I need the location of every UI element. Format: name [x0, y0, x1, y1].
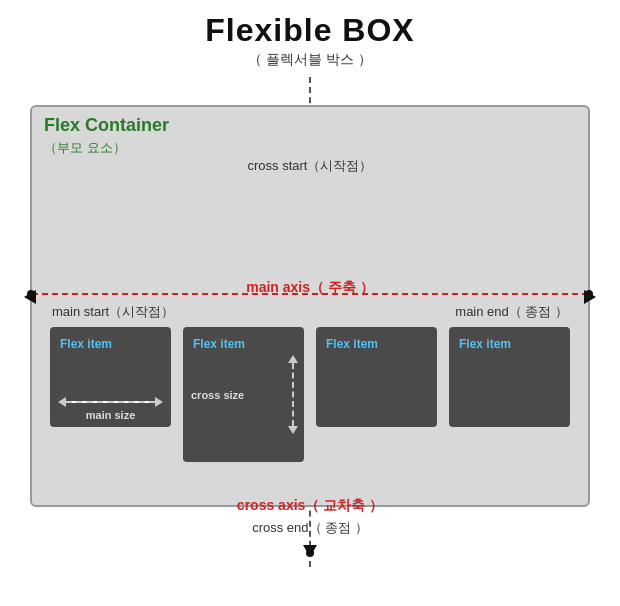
main-axis-label: main axis（ 주축 ）: [246, 279, 374, 297]
main-size-text: main size: [86, 409, 136, 421]
flex-items-row: Flex item main size Flex item cros: [50, 327, 570, 462]
page-title: Flexible BOX: [0, 0, 620, 49]
flex-item-4: Flex item: [449, 327, 570, 427]
arrow-right-small-icon: [155, 397, 163, 407]
main-size-line: [66, 401, 155, 403]
cross-size-arrow: [292, 355, 294, 434]
cross-size-line: [292, 363, 294, 426]
flex-item-4-label: Flex item: [459, 337, 560, 351]
flex-item-2: Flex item cross size: [183, 327, 304, 462]
flex-container-sublabel: （부모 요소）: [44, 139, 126, 157]
cross-axis-label: cross axis（ 교차축 ）: [237, 497, 383, 515]
page-subtitle: （ 플렉서블 박스 ）: [0, 51, 620, 69]
dot-right: [585, 290, 593, 298]
cross-start-label: cross start（시작점）: [248, 157, 373, 175]
flex-item-3: Flex item: [316, 327, 437, 427]
diagram-wrapper: Flex Container （부모 요소） cross start（시작점） …: [20, 77, 600, 567]
dot-left: [27, 290, 35, 298]
flex-item-1-label: Flex item: [60, 337, 161, 351]
main-end-label: main end（ 종점 ）: [455, 303, 568, 321]
flex-item-3-label: Flex item: [326, 337, 427, 351]
dot-bottom: [306, 549, 314, 557]
cross-size-text: cross size: [191, 389, 244, 401]
flex-item-1: Flex item main size: [50, 327, 171, 427]
arrow-left-small-icon: [58, 397, 66, 407]
cross-end-label: cross end（ 종점 ）: [252, 519, 368, 537]
main-start-label: main start（시작점）: [52, 303, 174, 321]
arrow-down-small-icon: [288, 426, 298, 434]
flex-container-box: Flex Container （부모 요소） cross start（시작점） …: [30, 105, 590, 507]
flex-container-label: Flex Container: [44, 115, 169, 136]
main-size-arrow: [58, 397, 163, 407]
flex-item-2-label: Flex item: [193, 337, 294, 351]
arrow-up-small-icon: [288, 355, 298, 363]
